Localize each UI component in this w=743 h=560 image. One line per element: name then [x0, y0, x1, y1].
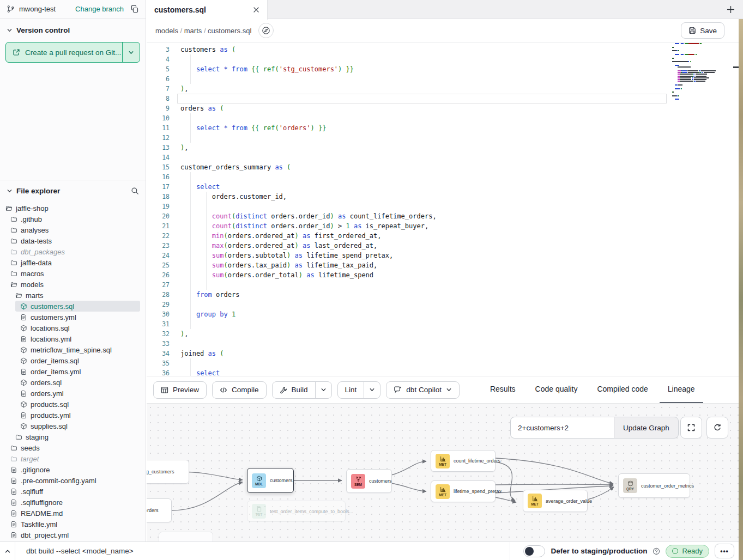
lint-button[interactable]: Lint — [337, 381, 381, 399]
file-item-seeds[interactable]: seeds — [5, 442, 140, 453]
code-line-25[interactable]: 25 sum(orders.tax_paid) as lifetime_tax_… — [147, 260, 743, 270]
file-item-dbt-packages[interactable]: dbt_packages — [5, 246, 140, 257]
code-line-22[interactable]: 22 min(orders.ordered_at) as first_order… — [147, 231, 743, 241]
code-line-9[interactable]: 9orders as ( — [147, 104, 743, 113]
lineage-node-test-order-items[interactable]: TSTtest_order_items_compute_to_bools... — [247, 501, 346, 522]
file-item-macros[interactable]: macros — [5, 268, 140, 279]
file-item-jaffle-data[interactable]: jaffle-data — [5, 257, 140, 268]
change-branch-link[interactable]: Change branch — [75, 5, 124, 13]
code-line-19[interactable]: 19 — [147, 202, 743, 211]
update-graph-button[interactable]: Update Graph — [614, 417, 679, 439]
close-icon[interactable] — [253, 7, 259, 13]
tab-results[interactable]: Results — [482, 376, 524, 404]
file-item-metricflow-time-spine-sql[interactable]: metricflow_time_spine.sql — [15, 344, 140, 355]
file-item-locations-sql[interactable]: locations.sql — [15, 322, 140, 333]
file-item--pre-commit-config-yaml[interactable]: .pre-commit-config.yaml — [5, 475, 140, 486]
code-line-10[interactable]: 10 — [147, 113, 743, 123]
code-line-18[interactable]: 18 orders.customer_id, — [147, 192, 743, 202]
file-item--sqlfluffignore[interactable]: .sqlfluffignore — [5, 497, 140, 508]
file-item-orders-sql[interactable]: orders.sql — [15, 377, 140, 388]
build-caret[interactable] — [315, 382, 331, 398]
fullscreen-button[interactable] — [680, 417, 702, 439]
file-item-taskfile-yml[interactable]: Taskfile.yml — [5, 519, 140, 529]
file-item--github[interactable]: .github — [5, 214, 140, 224]
code-line-15[interactable]: 15customer_orders_summary as ( — [147, 162, 743, 172]
file-item-models[interactable]: models — [5, 279, 140, 290]
code-line-23[interactable]: 23 max(orders.ordered_at) as last_ordere… — [147, 241, 743, 251]
code-line-26[interactable]: 26 sum(orders.order_total) as lifetime_s… — [147, 270, 743, 280]
code-line-12[interactable]: 12 — [147, 133, 743, 143]
lint-caret[interactable] — [364, 382, 380, 398]
defer-toggle[interactable] — [523, 545, 545, 557]
create-pr-caret[interactable] — [122, 42, 140, 62]
tab-customers-sql[interactable]: customers.sql — [147, 0, 268, 20]
file-explorer-header[interactable]: File explorer — [0, 180, 146, 199]
dbt-copilot-button[interactable]: dbt Copilot — [386, 381, 460, 399]
lineage-node-average_order_value[interactable]: METaverage_order_value — [523, 490, 588, 512]
code-editor[interactable]: 3customers as (45 select * from {{ ref('… — [147, 42, 743, 376]
code-line-14[interactable]: 14 — [147, 153, 743, 162]
breadcrumb-item[interactable]: models — [155, 27, 178, 35]
code-line-30[interactable]: 30 group by 1 — [147, 309, 743, 319]
new-tab-button[interactable] — [718, 0, 743, 19]
code-line-32[interactable]: 32), — [147, 329, 743, 339]
file-item-analyses[interactable]: analyses — [5, 224, 140, 235]
file-item-supplies-sql[interactable]: supplies.sql — [15, 421, 140, 431]
code-line-33[interactable]: 33 — [147, 339, 743, 349]
more-options-button[interactable]: ••• — [715, 544, 734, 558]
code-line-21[interactable]: 21 count(distinct orders.order_id) > 1 a… — [147, 221, 743, 231]
code-line-11[interactable]: 11 select * from {{ ref('orders') }} — [147, 123, 743, 133]
file-item-jaffle-shop[interactable]: jaffle-shop — [1, 203, 140, 214]
file-item-order-items-yml[interactable]: order_items.yml — [15, 366, 140, 377]
code-line-5[interactable]: 5 select * from {{ ref('stg_customers') … — [147, 64, 743, 74]
preview-button[interactable]: Preview — [153, 381, 207, 399]
code-line-3[interactable]: 3customers as ( — [147, 45, 743, 54]
code-line-6[interactable]: 6 — [147, 74, 743, 84]
code-line-28[interactable]: 28 from orders — [147, 290, 743, 300]
code-line-36[interactable]: 36 select — [147, 368, 743, 376]
code-line-31[interactable]: 31 — [147, 319, 743, 329]
breadcrumb-item[interactable]: customers.sql — [208, 27, 251, 35]
lineage-node-customers-semantic[interactable]: SEMcustomers — [346, 469, 392, 493]
save-button[interactable]: Save — [681, 22, 724, 39]
file-item-orders-yml[interactable]: orders.yml — [15, 388, 140, 399]
file-item-readme-md[interactable]: README.md — [5, 508, 140, 519]
file-item-marts[interactable]: marts — [10, 290, 140, 301]
lineage-node-count_lifetime_orders[interactable]: METcount_lifetime_orders — [431, 450, 496, 472]
version-control-header[interactable]: Version control — [0, 19, 146, 40]
navigate-compass-button[interactable] — [258, 23, 274, 38]
file-item-products-yml[interactable]: products.yml — [15, 410, 140, 421]
command-input[interactable]: dbt build --select <model_name> — [15, 547, 134, 555]
code-line-27[interactable]: 27 — [147, 280, 743, 290]
tab-code-quality[interactable]: Code quality — [527, 376, 586, 404]
file-item-target[interactable]: target — [5, 453, 140, 464]
breadcrumb-item[interactable]: marts — [184, 27, 202, 35]
lineage-node-customer_order_metrics[interactable]: QRYcustomer_order_metrics — [618, 473, 690, 498]
file-item-data-tests[interactable]: data-tests — [5, 235, 140, 246]
expand-panel-button[interactable] — [0, 548, 15, 555]
copy-icon[interactable] — [130, 5, 139, 14]
code-line-35[interactable]: 35 — [147, 358, 743, 368]
code-line-24[interactable]: 24 sum(orders.subtotal) as lifetime_spen… — [147, 251, 743, 260]
lineage-node-lifetime_spend_pretax[interactable]: METlifetime_spend_pretax — [431, 480, 496, 502]
search-icon[interactable] — [131, 187, 139, 195]
build-button[interactable]: Build — [272, 381, 332, 399]
file-item-dbt-project-yml[interactable]: dbt_project.yml — [5, 529, 140, 540]
file-item-customers-sql[interactable]: customers.sql — [15, 301, 140, 312]
lineage-node-stg_customers[interactable]: MDLstg_customers — [147, 460, 189, 484]
code-line-4[interactable]: 4 — [147, 54, 743, 64]
file-item-products-sql[interactable]: products.sql — [15, 399, 140, 410]
file-item-customers-yml[interactable]: customers.yml — [15, 312, 140, 322]
lineage-node-orders[interactable]: MDLorders — [147, 498, 172, 522]
help-icon[interactable] — [653, 547, 660, 555]
code-line-7[interactable]: 7), — [147, 84, 743, 94]
file-item-locations-yml[interactable]: locations.yml — [15, 333, 140, 344]
code-line-29[interactable]: 29 — [147, 300, 743, 309]
code-line-34[interactable]: 34joined as ( — [147, 349, 743, 358]
file-item-order-items-sql[interactable]: order_items.sql — [15, 355, 140, 366]
tab-lineage[interactable]: Lineage — [660, 376, 703, 404]
file-item--gitignore[interactable]: .gitignore — [5, 464, 140, 475]
refresh-button[interactable] — [706, 417, 728, 439]
lineage-selector-input[interactable] — [510, 417, 614, 439]
code-line-20[interactable]: 20 count(distinct orders.order_id) as co… — [147, 211, 743, 221]
